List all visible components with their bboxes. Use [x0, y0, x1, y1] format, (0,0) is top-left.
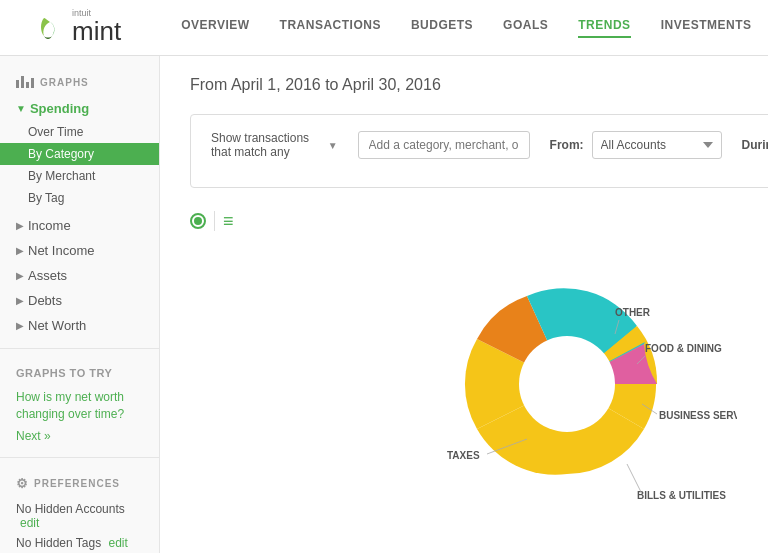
logo-mint-text: mint — [72, 16, 121, 46]
donut-chart-btn[interactable] — [190, 213, 206, 229]
income-arrow: ▶ — [16, 220, 24, 231]
graphs-icon — [16, 76, 34, 88]
sidebar-item-by-tag[interactable]: By Tag — [0, 187, 159, 209]
hidden-accounts-edit[interactable]: edit — [20, 516, 39, 530]
svg-point-0 — [32, 12, 64, 44]
from-select[interactable]: All Accounts — [592, 131, 722, 159]
chart-controls: ≡ Select a comparison — [190, 208, 768, 234]
nav-investments[interactable]: INVESTMENTS — [661, 18, 752, 38]
sidebar-divider-2 — [0, 457, 159, 458]
from-label: From: — [550, 138, 584, 152]
net-worth-arrow: ▶ — [16, 320, 24, 331]
header: intuit mint OVERVIEW TRANSACTIONS BUDGET… — [0, 0, 768, 56]
main-nav: OVERVIEW TRANSACTIONS BUDGETS GOALS TREN… — [181, 4, 768, 52]
sidebar-item-income[interactable]: ▶ Income — [0, 213, 159, 238]
taxes-label: TAXES — [447, 450, 480, 461]
hidden-tags-edit[interactable]: edit — [109, 536, 128, 550]
sidebar: GRAPHS ▼ Spending Over Time By Category … — [0, 56, 160, 553]
sidebar-item-net-income[interactable]: ▶ Net Income — [0, 238, 159, 263]
nav-overview[interactable]: OVERVIEW — [181, 18, 249, 38]
nav-budgets[interactable]: BUDGETS — [411, 18, 473, 38]
filter-row: Show transactions that match any ▼ From:… — [211, 131, 768, 159]
during-filter-group: During: Last month — [742, 131, 768, 159]
content-area: From April 1, 2016 to April 30, 2016 Hid… — [160, 56, 768, 553]
category-filter-input[interactable] — [358, 131, 530, 159]
debts-arrow: ▶ — [16, 295, 24, 306]
spending-group: ▼ Spending Over Time By Category By Merc… — [0, 96, 159, 209]
nav-goals[interactable]: GOALS — [503, 18, 548, 38]
nav-transactions[interactable]: TRANSACTIONS — [280, 18, 381, 38]
bills-line — [627, 464, 642, 494]
hidden-accounts-item: No Hidden Accounts edit — [0, 499, 159, 533]
donut-center — [519, 336, 615, 432]
business-label: BUSINESS SERVICES — [659, 410, 737, 421]
bills-label: BILLS & UTILITIES — [637, 490, 726, 501]
sidebar-item-assets[interactable]: ▶ Assets — [0, 263, 159, 288]
dropdown-arrow-icon: ▼ — [328, 140, 338, 151]
chart-type-buttons: ≡ — [190, 211, 234, 232]
spending-arrow: ▼ — [16, 103, 26, 114]
list-view-icon[interactable]: ≡ — [223, 211, 234, 232]
chart-container: TAXES BILLS & UTILITIES BUSINESS SERVICE… — [190, 244, 768, 524]
date-range: From April 1, 2016 to April 30, 2016 — [190, 76, 768, 94]
graphs-to-try-label: Graphs to try — [0, 359, 159, 387]
sidebar-item-by-category[interactable]: By Category — [0, 143, 159, 165]
hidden-tags-item: No Hidden Tags edit — [0, 533, 159, 553]
chart-btn-divider — [214, 211, 215, 231]
sidebar-item-debts[interactable]: ▶ Debts — [0, 288, 159, 313]
filter-box: Hide Custom Filters ▲ Show transactions … — [190, 114, 768, 188]
logo[interactable]: intuit mint — [30, 9, 121, 47]
preferences-label: ⚙ PREFERENCES — [0, 468, 159, 499]
graphs-section-label: GRAPHS — [0, 72, 159, 96]
food-label: FOOD & DINING — [645, 343, 722, 354]
next-link[interactable]: Next » — [0, 425, 159, 447]
other-label: OTHER — [615, 307, 651, 318]
assets-arrow: ▶ — [16, 270, 24, 281]
sidebar-item-by-merchant[interactable]: By Merchant — [0, 165, 159, 187]
graphs-to-try-link[interactable]: How is my net worth changing over time? — [0, 387, 159, 425]
from-filter-group: From: All Accounts — [550, 131, 722, 159]
sidebar-item-over-time[interactable]: Over Time — [0, 121, 159, 143]
donut-chart: TAXES BILLS & UTILITIES BUSINESS SERVICE… — [397, 244, 737, 524]
spending-label: Spending — [30, 101, 89, 116]
sidebar-item-net-worth[interactable]: ▶ Net Worth — [0, 313, 159, 338]
spending-group-title[interactable]: ▼ Spending — [0, 96, 159, 121]
nav-trends[interactable]: TRENDS — [578, 18, 630, 38]
sidebar-divider-1 — [0, 348, 159, 349]
during-label: During: — [742, 138, 768, 152]
net-income-arrow: ▶ — [16, 245, 24, 256]
mint-logo-icon — [30, 10, 66, 46]
show-transactions-label: Show transactions that match any ▼ — [211, 131, 338, 159]
main-layout: GRAPHS ▼ Spending Over Time By Category … — [0, 56, 768, 553]
